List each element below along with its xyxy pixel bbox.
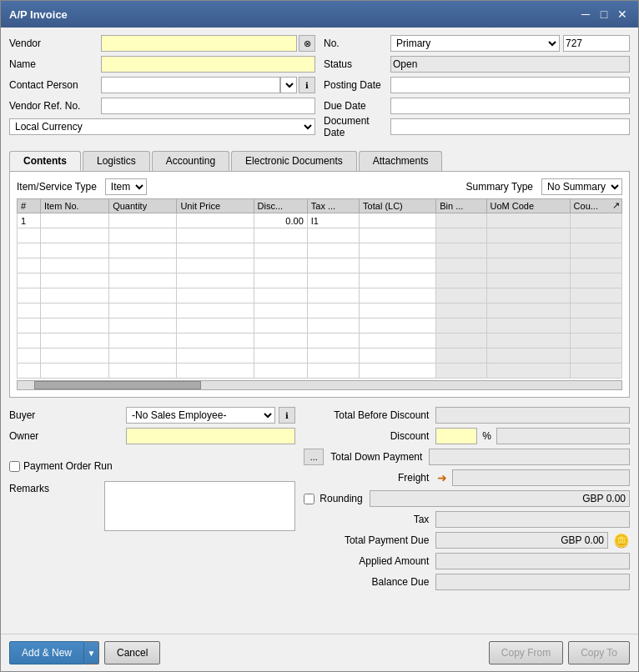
col-total-lc[interactable]: Total (LC) — [360, 199, 436, 213]
no-label: No. — [324, 38, 390, 49]
total-payment-due-input[interactable] — [435, 532, 608, 549]
table-row — [18, 243, 622, 258]
total-before-discount-label: Total Before Discount — [304, 409, 429, 421]
freight-arrow-icon[interactable]: ➜ — [437, 471, 447, 484]
cell-tax[interactable]: I1 — [307, 213, 359, 228]
currency-row: Local Currency — [9, 118, 315, 136]
tab-attachments[interactable]: Attachments — [359, 151, 443, 171]
name-row: Name — [9, 55, 315, 73]
no-row: No. Primary — [324, 34, 630, 53]
remarks-row: Remarks — [9, 481, 295, 531]
owner-input[interactable] — [126, 428, 295, 444]
rounding-checkbox[interactable] — [304, 494, 314, 504]
remarks-input[interactable] — [104, 481, 295, 531]
discount-input[interactable] — [435, 428, 477, 444]
col-unit-price[interactable]: Unit Price — [177, 199, 254, 213]
items-table: # Item No. Quantity Unit Price Disc... T… — [17, 198, 622, 379]
currency-select[interactable]: Local Currency — [9, 118, 315, 135]
copy-to-button[interactable]: Copy To — [568, 641, 630, 664]
vendor-ref-label: Vendor Ref. No. — [9, 100, 101, 112]
contact-person-input[interactable] — [101, 77, 280, 93]
posting-date-input[interactable] — [390, 77, 630, 93]
col-item-no[interactable]: Item No. — [41, 199, 109, 213]
cell-discount[interactable]: 0.00 — [254, 213, 307, 228]
col-discount[interactable]: Disc... — [254, 199, 307, 213]
grid-container: # Item No. Quantity Unit Price Disc... T… — [17, 198, 622, 390]
table-row — [18, 303, 622, 318]
remarks-label: Remarks — [9, 481, 101, 494]
content-area: Vendor ⊗ Name Contact Person ℹ — [1, 28, 638, 634]
close-button[interactable]: ✕ — [615, 7, 630, 22]
due-date-input[interactable] — [390, 98, 630, 114]
no-value-input[interactable] — [563, 35, 630, 52]
vendor-ref-input[interactable] — [101, 98, 315, 114]
tab-accounting[interactable]: Accounting — [152, 151, 229, 171]
bottom-left-section: Buyer -No Sales Employee- ℹ Owner Payme — [9, 406, 295, 591]
freight-input[interactable] — [452, 469, 630, 486]
item-service-type-label: Item/Service Type — [17, 181, 97, 193]
document-date-input[interactable] — [390, 118, 630, 135]
add-new-arrow-button[interactable]: ▼ — [84, 641, 99, 664]
items-controls: Item/Service Type Item Summary Type No S… — [17, 178, 622, 195]
item-service-type-select[interactable]: Item — [105, 178, 147, 195]
tax-row: Tax — [304, 510, 630, 529]
add-new-button[interactable]: Add & New — [9, 641, 84, 664]
table-row — [18, 333, 622, 349]
down-payment-btn[interactable]: ... — [304, 449, 324, 465]
contact-person-info-btn[interactable]: ℹ — [299, 77, 315, 93]
contact-person-select[interactable] — [280, 77, 297, 93]
discount-amount-input[interactable] — [496, 428, 630, 444]
buyer-info-btn[interactable]: ℹ — [279, 407, 295, 424]
tabs-bar: Contents Logistics Accounting Electronic… — [9, 151, 630, 172]
footer-right: Copy From Copy To — [489, 641, 630, 664]
vendor-link-btn[interactable]: ⊗ — [299, 35, 315, 52]
copy-from-button[interactable]: Copy From — [489, 641, 563, 664]
col-country[interactable]: Cou... ↗ — [570, 199, 621, 213]
name-label: Name — [9, 58, 101, 70]
vendor-label: Vendor — [9, 38, 101, 49]
buyer-select[interactable]: -No Sales Employee- — [126, 407, 275, 424]
maximize-button[interactable]: □ — [596, 7, 611, 22]
rounding-input[interactable] — [370, 490, 630, 507]
summary-type-label: Summary Type — [466, 181, 533, 193]
name-input[interactable] — [101, 56, 315, 73]
cancel-button[interactable]: Cancel — [104, 641, 160, 664]
minimize-button[interactable]: ─ — [578, 7, 593, 22]
cell-total-lc[interactable] — [360, 213, 436, 228]
footer: Add & New ▼ Cancel Copy From Copy To — [1, 634, 638, 671]
col-bin[interactable]: Bin ... — [436, 199, 486, 213]
col-hash[interactable]: # — [18, 199, 41, 213]
balance-due-input[interactable] — [435, 574, 630, 590]
due-date-row: Due Date — [324, 97, 630, 115]
status-label: Status — [324, 58, 390, 70]
tab-electronic[interactable]: Electronic Documents — [231, 151, 357, 171]
tax-input[interactable] — [435, 511, 630, 528]
tab-contents[interactable]: Contents — [9, 151, 81, 171]
cell-unit-price[interactable] — [177, 213, 254, 228]
total-down-payment-input[interactable] — [429, 449, 630, 465]
total-down-payment-label: Total Down Payment — [330, 451, 422, 463]
header-form: Vendor ⊗ Name Contact Person ℹ — [9, 34, 630, 136]
col-tax[interactable]: Tax ... — [307, 199, 359, 213]
table-row — [18, 349, 622, 364]
summary-type-select[interactable]: No Summary — [541, 178, 622, 195]
vendor-input[interactable] — [101, 35, 297, 52]
cell-country — [570, 213, 621, 228]
applied-amount-input[interactable] — [435, 553, 630, 569]
grid-horizontal-scrollbar[interactable] — [17, 380, 622, 390]
coins-icon[interactable]: 🪙 — [613, 533, 630, 549]
scrollbar-thumb[interactable] — [34, 381, 201, 389]
contact-person-label: Contact Person — [9, 79, 101, 91]
cell-quantity[interactable] — [109, 213, 177, 228]
tab-content-area: Item/Service Type Item Summary Type No S… — [9, 172, 630, 398]
expand-cols-icon[interactable]: ↗ — [612, 200, 620, 211]
payment-order-run-checkbox[interactable] — [9, 461, 20, 472]
payment-order-run-row: Payment Order Run — [9, 457, 295, 475]
vendor-input-wrapper: ⊗ — [101, 35, 315, 52]
tab-logistics[interactable]: Logistics — [83, 151, 150, 171]
total-before-discount-input[interactable] — [435, 407, 630, 424]
cell-item-no[interactable] — [41, 213, 109, 228]
no-type-select[interactable]: Primary — [390, 35, 560, 52]
col-quantity[interactable]: Quantity — [109, 199, 177, 213]
col-uom[interactable]: UoM Code — [486, 199, 570, 213]
